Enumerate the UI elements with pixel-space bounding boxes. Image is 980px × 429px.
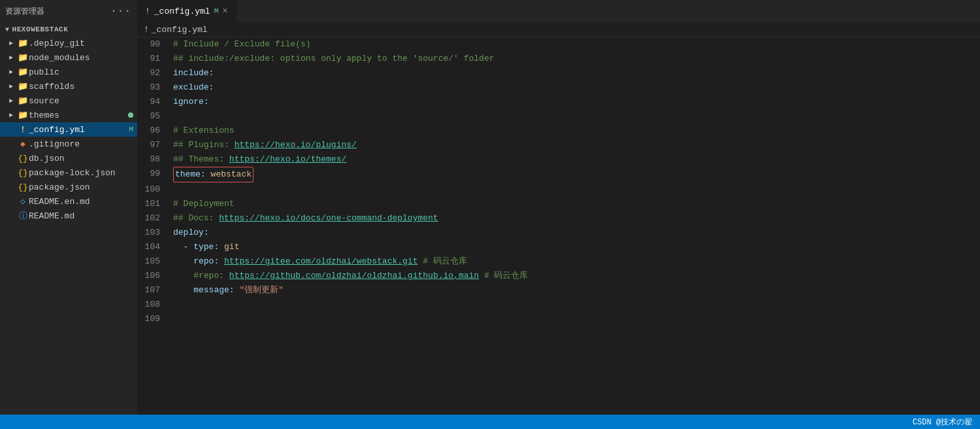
line-content: # Deployment <box>173 197 980 211</box>
sidebar-item-package-lock-json[interactable]: {} package-lock.json <box>0 165 137 180</box>
line-content: include: <box>173 66 980 80</box>
line-100: 100 <box>137 182 980 197</box>
sidebar-item-package-json[interactable]: {} package.json <box>0 180 137 194</box>
code-editor[interactable]: 90 # Include / Exclude file(s) 91 ## inc… <box>137 37 980 415</box>
sidebar-item-label: README.en.md <box>29 197 137 207</box>
tab-bar: ! _config.yml M × <box>137 0 980 22</box>
explorer-root-header[interactable]: ▼ HEXOWEBSTACK <box>0 23 137 36</box>
line-92: 92 include: <box>137 66 980 80</box>
line-content: ## Plugins: https://hexo.io/plugins/ <box>173 138 980 152</box>
line-content: # Extensions <box>173 124 980 138</box>
line-96: 96 # Extensions <box>137 124 980 138</box>
tab-close-button[interactable]: × <box>222 6 227 16</box>
line-102: 102 ## Docs: https://hexo.io/docs/one-co… <box>137 211 980 226</box>
git-icon: ◆ <box>17 139 29 149</box>
folder-icon: 📁 <box>17 110 29 120</box>
title-bar: 资源管理器 ··· ! _config.yml M × <box>0 0 980 23</box>
sidebar-item-gitignore[interactable]: ◆ .gitignore <box>0 137 137 151</box>
sidebar-item-scaffolds[interactable]: ► 📁 scaffolds <box>0 79 137 94</box>
sidebar-item-label: .deploy_git <box>29 39 137 48</box>
sidebar-item-label: scaffolds <box>29 82 137 92</box>
line-number: 98 <box>137 152 173 167</box>
tab-modified-badge: M <box>214 7 219 15</box>
line-number: 99 <box>137 167 173 181</box>
line-number: 106 <box>137 269 173 283</box>
breadcrumb-filename: _config.yml <box>152 25 208 35</box>
line-content: ## include:/exclude: options only apply … <box>173 52 980 66</box>
yaml-exclaim-icon: ! <box>17 125 29 135</box>
line-number: 97 <box>137 138 173 152</box>
line-content: # Include / Exclude file(s) <box>173 37 980 52</box>
line-109: 109 <box>137 312 980 326</box>
sidebar-item-label: node_modules <box>29 53 137 63</box>
line-99: 99 theme: webstack <box>137 167 980 182</box>
explorer-panel-header: 资源管理器 ··· <box>0 5 137 17</box>
sidebar-item-label: source <box>29 96 137 106</box>
line-number: 102 <box>137 211 173 226</box>
sidebar-item-label: _config.yml <box>29 125 129 135</box>
info-icon: ⓘ <box>17 210 29 222</box>
theme-highlight: theme: webstack <box>173 167 253 182</box>
explorer-label: 资源管理器 <box>5 6 44 17</box>
folder-arrow-icon: ► <box>5 69 17 76</box>
modified-m-badge: M <box>129 126 133 133</box>
line-number: 100 <box>137 182 173 197</box>
sidebar-item-config-yml[interactable]: ! _config.yml M <box>0 122 137 137</box>
folder-arrow-icon: ► <box>5 83 17 90</box>
line-content: exclude: <box>173 80 980 95</box>
line-content: ## Docs: https://hexo.io/docs/one-comman… <box>173 211 980 226</box>
line-number: 96 <box>137 124 173 138</box>
line-number: 103 <box>137 226 173 240</box>
line-104: 104 - type: git <box>137 240 980 254</box>
sidebar-item-node-modules[interactable]: ► 📁 node_modules <box>0 50 137 65</box>
line-108: 108 <box>137 298 980 312</box>
sidebar-item-db-json[interactable]: {} db.json <box>0 151 137 165</box>
line-number: 107 <box>137 283 173 298</box>
line-content: theme: webstack <box>173 167 980 182</box>
json-icon: {} <box>17 168 29 178</box>
sidebar-item-label: themes <box>29 111 128 120</box>
line-number: 90 <box>137 37 173 52</box>
sidebar-item-label: db.json <box>29 154 137 163</box>
json-icon: {} <box>17 182 29 192</box>
line-90: 90 # Include / Exclude file(s) <box>137 37 980 52</box>
folder-arrow-icon: ► <box>5 54 17 61</box>
line-content: #repo: https://github.com/oldzhai/oldzha… <box>173 269 980 283</box>
line-content: message: "强制更新" <box>173 283 980 298</box>
line-number: 92 <box>137 66 173 80</box>
breadcrumb-bar: ! _config.yml <box>137 23 980 37</box>
line-97: 97 ## Plugins: https://hexo.io/plugins/ <box>137 138 980 152</box>
line-number: 109 <box>137 312 173 326</box>
tab-config-yml[interactable]: ! _config.yml M × <box>137 0 237 22</box>
line-number: 91 <box>137 52 173 66</box>
breadcrumb-exclaim-icon: ! <box>144 25 149 35</box>
status-bar: CSDN @技术の翟 <box>0 415 980 429</box>
folder-icon: 📁 <box>17 95 29 106</box>
more-icon[interactable]: ··· <box>110 5 131 17</box>
line-number: 104 <box>137 240 173 254</box>
line-content: ignore: <box>173 95 980 109</box>
folder-arrow-icon: ► <box>5 40 17 47</box>
status-bar-label: CSDN @技术の翟 <box>913 417 972 428</box>
line-94: 94 ignore: <box>137 95 980 109</box>
line-91: 91 ## include:/exclude: options only app… <box>137 52 980 66</box>
line-103: 103 deploy: <box>137 226 980 240</box>
folder-arrow-icon: ► <box>5 112 17 119</box>
sidebar-item-themes[interactable]: ► 📁 themes <box>0 108 137 122</box>
line-105: 105 repo: https://gitee.com/oldzhai/webs… <box>137 254 980 269</box>
modified-badge <box>128 112 133 118</box>
sidebar-item-readme-en-md[interactable]: ◇ README.en.md <box>0 194 137 209</box>
folder-icon: 📁 <box>17 52 29 63</box>
sidebar-item-deploy-git[interactable]: ► 📁 .deploy_git <box>0 36 137 50</box>
line-95: 95 <box>137 109 980 124</box>
line-number: 105 <box>137 254 173 269</box>
json-icon: {} <box>17 154 29 163</box>
line-106: 106 #repo: https://github.com/oldzhai/ol… <box>137 269 980 283</box>
sidebar-item-label: .gitignore <box>29 139 137 149</box>
sidebar-item-public[interactable]: ► 📁 public <box>0 65 137 79</box>
sidebar-item-source[interactable]: ► 📁 source <box>0 94 137 108</box>
line-number: 95 <box>137 109 173 124</box>
sidebar-item-readme-md[interactable]: ⓘ README.md <box>0 209 137 223</box>
line-93: 93 exclude: <box>137 80 980 95</box>
folder-icon: 📁 <box>17 67 29 77</box>
